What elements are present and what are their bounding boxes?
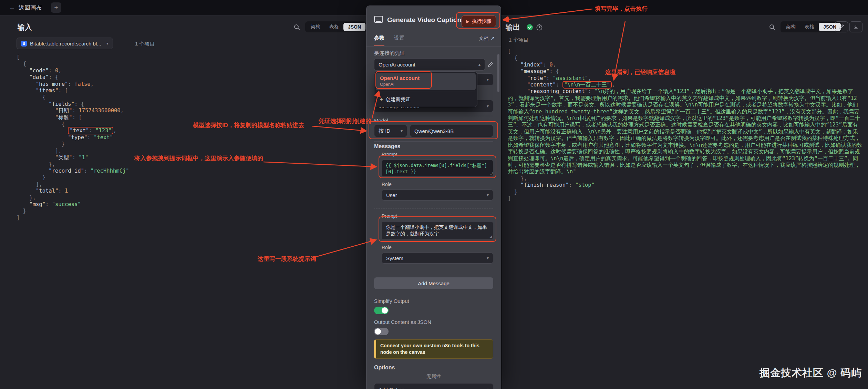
credential-label: 要连接的凭证 <box>374 50 493 56</box>
create-credential-label: 创建新凭证 <box>385 96 411 102</box>
add-message-button[interactable]: Add Message <box>374 277 493 289</box>
tools-notice: Connect your own custom n8n tools to thi… <box>374 339 493 359</box>
expand-expression-icon[interactable]: ⤢ <box>490 171 493 177</box>
credential-option-openai[interactable]: OpenAi account OpenAi <box>376 73 476 90</box>
download-icon <box>853 24 859 30</box>
role1-label: Role <box>382 182 493 187</box>
output-json-toggle[interactable] <box>374 328 389 335</box>
input-source-select[interactable]: B Bitable:table:record:search bl... ▾ <box>17 38 113 49</box>
chevron-down-icon: ▾ <box>401 129 403 133</box>
credential-option-subtitle: OpenAi <box>380 82 472 87</box>
success-check-icon <box>526 24 533 31</box>
credential-select[interactable]: OpenAi account ▴ <box>374 58 485 71</box>
prompt1-expression-input[interactable]: {{ $json.data.items[0].fields["标题"][0].t… <box>382 160 493 177</box>
input-json-view[interactable]: [ { "code": 0, "data": { "has_more": fal… <box>17 54 356 389</box>
model-mode-value: 按 ID <box>379 128 390 134</box>
bitable-icon: B <box>21 41 27 47</box>
back-label: 返回画布 <box>19 4 42 12</box>
credential-option-title: OpenAi account <box>380 75 472 81</box>
docs-link[interactable]: 文档 ↗ <box>479 35 495 42</box>
message-divider <box>374 208 493 208</box>
toggle-knob <box>375 328 381 335</box>
tab-json[interactable]: JSON <box>343 23 365 31</box>
simplify-output-toggle[interactable] <box>374 307 389 314</box>
pencil-icon <box>839 24 844 30</box>
search-icon[interactable] <box>293 24 300 31</box>
docs-label: 文档 <box>479 35 488 42</box>
chevron-up-icon: ▴ <box>478 62 480 67</box>
credential-dropdown: OpenAi account OpenAi +创建新凭证 <box>374 71 477 107</box>
tab-table[interactable]: 表格 <box>325 22 343 31</box>
prompt2-value: 你是一个翻译小助手，把英文翻译成中文，如果是数字的，就翻译为汉字 <box>386 224 487 236</box>
add-option-select[interactable]: Add Option ▾ <box>374 383 493 389</box>
execution-time-clock-icon[interactable] <box>536 24 543 31</box>
prompt1-expression-value: {{ $json.data.items[0].fields["标题"][0].t… <box>385 163 487 174</box>
chevron-down-icon: ▾ <box>106 41 108 46</box>
tab-parameters[interactable]: 参数 <box>374 35 384 46</box>
annotation-model: 模型选择按ID，将复制的模型名称粘贴进去 <box>193 121 304 129</box>
annotation-credential: 凭证选择刚刚创建的 <box>319 117 371 125</box>
execute-step-label: 执行步骤 <box>472 18 491 24</box>
new-tab-button[interactable]: + <box>51 2 61 13</box>
role2-select[interactable]: System ▾ <box>382 253 493 264</box>
node-settings-modal: Generate Video Captions ▶ 执行步骤 参数 设置 文档 … <box>366 6 501 389</box>
model-id-value: Qwen/Qwen3-8B <box>414 128 454 134</box>
annotation-response: 这里看到，已经响应信息啦 <box>605 68 675 76</box>
dropdown-divider <box>376 92 475 92</box>
model-row: 按 ID ▾ Qwen/Qwen3-8B <box>374 125 493 137</box>
chevron-down-icon: ▾ <box>487 387 489 389</box>
model-label: Model <box>374 117 493 123</box>
modal-scrollbar[interactable] <box>497 54 499 92</box>
simplify-output-label: Simplify Output <box>374 298 493 304</box>
output-view-tabs: 架构 表格 JSON <box>781 21 842 32</box>
watermark: 掘金技术社区 @ 码屿 <box>760 366 862 380</box>
input-view-tabs: 架构 表格 JSON <box>305 21 366 32</box>
tab-schema[interactable]: 架构 <box>782 22 800 31</box>
credential-value: OpenAi account <box>379 62 415 68</box>
create-credential-option[interactable]: +创建新凭证 <box>376 93 476 105</box>
input-panel: 输入 架构 表格 JSON B Bitable:table:record:sea… <box>0 16 366 389</box>
prompt1-label: Prompt <box>382 152 493 157</box>
add-option-label: Add Option <box>379 387 404 389</box>
toggle-knob <box>382 307 388 314</box>
model-mode-select[interactable]: 按 ID ▾ <box>374 125 407 137</box>
prompt2-label: Prompt <box>382 213 493 219</box>
prompt2-textarea[interactable]: 你是一个翻译小助手，把英文翻译成中文，如果是数字的，就翻译为汉字 ◢ <box>382 221 493 240</box>
node-icon <box>373 14 384 24</box>
node-title: Generate Video Captions <box>387 16 465 24</box>
role2-value: System <box>386 255 403 261</box>
play-icon: ▶ <box>466 19 469 24</box>
chevron-down-icon: ▾ <box>487 256 489 260</box>
output-json-view: [ { "index": 0, "message": { "role": "as… <box>508 48 862 389</box>
chevron-down-icon: ▾ <box>487 193 489 197</box>
annotation-system-prompt: 这里写一段系统提示词 <box>258 255 316 263</box>
tab-schema[interactable]: 架构 <box>306 22 325 31</box>
output-json-label: Output Content as JSON <box>374 319 493 325</box>
section-divider <box>374 141 493 142</box>
input-source-label: Bitable:table:record:search bl... <box>30 41 101 47</box>
plus-icon: + <box>380 96 383 102</box>
execute-step-button[interactable]: ▶ 执行步骤 <box>462 16 496 27</box>
back-arrow-icon: ← <box>9 4 15 11</box>
input-items-count: 1 个项目 <box>135 41 155 47</box>
options-empty-text: 无属性 <box>374 373 493 380</box>
chevron-down-icon: ▾ <box>487 104 489 109</box>
edit-output-button[interactable] <box>835 21 848 32</box>
section-divider <box>374 116 493 116</box>
download-output-button[interactable] <box>849 21 862 32</box>
annotation-execute: 填写完毕，点击执行 <box>595 5 648 13</box>
tab-settings[interactable]: 设置 <box>394 35 404 46</box>
back-to-canvas-button[interactable]: ← 返回画布 <box>9 4 42 12</box>
role1-value: User <box>386 192 397 198</box>
edit-credential-icon[interactable] <box>488 62 493 67</box>
messages-section-label: Messages <box>374 143 493 150</box>
role2-label: Role <box>382 245 493 250</box>
resize-handle-icon[interactable]: ◢ <box>489 233 492 239</box>
role1-select[interactable]: User ▾ <box>382 190 493 201</box>
output-items-count: 1 个项目 <box>509 37 529 43</box>
tab-table[interactable]: 表格 <box>800 22 819 31</box>
search-icon[interactable] <box>769 24 776 31</box>
model-id-input[interactable]: Qwen/Qwen3-8B <box>410 125 493 137</box>
modal-header: Generate Video Captions ▶ 执行步骤 <box>366 6 501 33</box>
annotation-prompt-drag: 将入参拖拽到提示词框中，这里演示入参随便填的 <box>134 154 263 162</box>
